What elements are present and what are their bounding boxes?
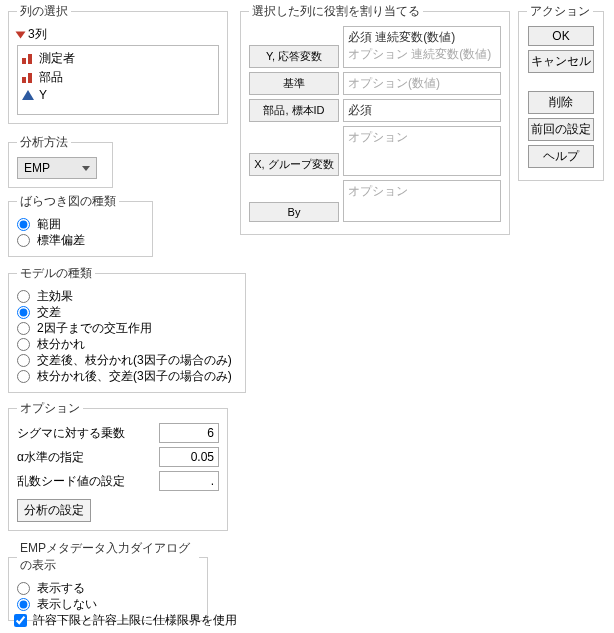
part-required-text: 必須 <box>348 103 372 117</box>
actions-legend: アクション <box>527 3 593 20</box>
tolerance-label: 許容下限と許容上限に仕様限界を使用 <box>33 612 237 628</box>
emp-option-hide[interactable]: 表示しない <box>17 596 199 612</box>
y-optional-text: オプション 連続変数(数値) <box>348 46 496 63</box>
by-role-box[interactable]: オプション <box>343 180 501 222</box>
seed-row: 乱数シード値の設定 <box>17 471 219 491</box>
columns-fieldset: 列の選択 3列 測定者 部品 Y <box>8 3 228 124</box>
alpha-input[interactable] <box>159 447 219 467</box>
emp-option-show[interactable]: 表示する <box>17 580 199 596</box>
roles-legend: 選択した列に役割を割り当てる <box>249 3 423 20</box>
model-label: 2因子までの交互作用 <box>37 320 152 336</box>
method-selected: EMP <box>24 161 50 175</box>
y-role-button[interactable]: Y, 応答変数 <box>249 45 339 68</box>
by-role-button[interactable]: By <box>249 202 339 222</box>
model-label: 交差 <box>37 304 61 320</box>
column-label: 測定者 <box>39 50 75 67</box>
tolerance-checkbox-row[interactable]: 許容下限と許容上限に仕様限界を使用 <box>14 612 237 628</box>
scatter-label: 範囲 <box>37 216 61 232</box>
standard-role-button[interactable]: 基準 <box>249 72 339 95</box>
method-dropdown[interactable]: EMP <box>17 157 97 179</box>
emp-dialog-fieldset: EMPメタデータ入力ダイアログの表示 表示する 表示しない <box>8 540 208 621</box>
model-option[interactable]: 交差 <box>17 304 237 320</box>
emp-label: 表示しない <box>37 596 97 612</box>
seed-input[interactable] <box>159 471 219 491</box>
columns-count-label: 3列 <box>28 26 47 43</box>
scatter-option-range[interactable]: 範囲 <box>17 216 144 232</box>
part-role-box[interactable]: 必須 <box>343 99 501 122</box>
role-row-y: Y, 応答変数 必須 連続変数(数値) オプション 連続変数(数値) <box>249 26 501 68</box>
nominal-icon <box>22 54 34 64</box>
model-option[interactable]: 2因子までの交互作用 <box>17 320 237 336</box>
model-radio[interactable] <box>17 322 30 335</box>
analysis-settings-button[interactable]: 分析の設定 <box>17 499 91 522</box>
cancel-button[interactable]: キャンセル <box>528 50 594 73</box>
role-row-part: 部品, 標本ID 必須 <box>249 99 501 122</box>
model-option[interactable]: 主効果 <box>17 288 237 304</box>
model-fieldset: モデルの種類 主効果 交差 2因子までの交互作用 枝分かれ 交差後、枝分かれ(3… <box>8 265 246 393</box>
role-row-x: X, グループ変数 オプション <box>249 126 501 176</box>
scatter-radio-range[interactable] <box>17 218 30 231</box>
alpha-label: α水準の指定 <box>17 449 84 466</box>
part-role-button[interactable]: 部品, 標本ID <box>249 99 339 122</box>
options-fieldset: オプション シグマに対する乗数 α水準の指定 乱数シード値の設定 分析の設定 <box>8 400 228 531</box>
model-radio[interactable] <box>17 290 30 303</box>
model-label: 主効果 <box>37 288 73 304</box>
role-row-standard: 基準 オプション(数値) <box>249 72 501 95</box>
nominal-icon <box>22 73 34 83</box>
scatter-label: 標準偏差 <box>37 232 85 248</box>
emp-radio-hide[interactable] <box>17 598 30 611</box>
x-role-box[interactable]: オプション <box>343 126 501 176</box>
columns-list[interactable]: 測定者 部品 Y <box>17 45 219 115</box>
method-legend: 分析方法 <box>17 134 71 151</box>
by-placeholder: オプション <box>348 184 408 198</box>
x-placeholder: オプション <box>348 130 408 144</box>
column-label: Y <box>39 88 47 102</box>
model-label: 枝分かれ後、交差(3因子の場合のみ) <box>37 368 232 384</box>
model-radio[interactable] <box>17 354 30 367</box>
list-item[interactable]: 測定者 <box>22 49 214 68</box>
remove-button[interactable]: 削除 <box>528 91 594 114</box>
seed-label: 乱数シード値の設定 <box>17 473 125 490</box>
list-item[interactable]: 部品 <box>22 68 214 87</box>
standard-role-box[interactable]: オプション(数値) <box>343 72 501 95</box>
emp-legend: EMPメタデータ入力ダイアログの表示 <box>17 540 199 574</box>
columns-legend: 列の選択 <box>17 3 71 20</box>
scatter-option-stddev[interactable]: 標準偏差 <box>17 232 144 248</box>
model-option[interactable]: 交差後、枝分かれ(3因子の場合のみ) <box>17 352 237 368</box>
model-radio[interactable] <box>17 338 30 351</box>
role-row-by: By オプション <box>249 180 501 222</box>
model-radio[interactable] <box>17 306 30 319</box>
scatter-radio-stddev[interactable] <box>17 234 30 247</box>
emp-label: 表示する <box>37 580 85 596</box>
tolerance-checkbox[interactable] <box>14 614 27 627</box>
sigma-label: シグマに対する乗数 <box>17 425 125 442</box>
sigma-row: シグマに対する乗数 <box>17 423 219 443</box>
disclosure-triangle-icon[interactable] <box>16 31 26 38</box>
y-required-text: 必須 連続変数(数値) <box>348 29 496 46</box>
model-radio[interactable] <box>17 370 30 383</box>
emp-radio-show[interactable] <box>17 582 30 595</box>
standard-placeholder: オプション(数値) <box>348 76 440 90</box>
column-label: 部品 <box>39 69 63 86</box>
scatter-legend: ばらつき図の種類 <box>17 193 119 210</box>
model-option[interactable]: 枝分かれ <box>17 336 237 352</box>
method-fieldset: 分析方法 EMP <box>8 134 113 188</box>
options-legend: オプション <box>17 400 83 417</box>
alpha-row: α水準の指定 <box>17 447 219 467</box>
roles-fieldset: 選択した列に役割を割り当てる Y, 応答変数 必須 連続変数(数値) オプション… <box>240 3 510 235</box>
recall-button[interactable]: 前回の設定 <box>528 118 594 141</box>
model-label: 枝分かれ <box>37 336 85 352</box>
actions-fieldset: アクション OK キャンセル 削除 前回の設定 ヘルプ <box>518 3 604 181</box>
x-role-button[interactable]: X, グループ変数 <box>249 153 339 176</box>
sigma-input[interactable] <box>159 423 219 443</box>
y-role-box[interactable]: 必須 連続変数(数値) オプション 連続変数(数値) <box>343 26 501 68</box>
scatter-fieldset: ばらつき図の種類 範囲 標準偏差 <box>8 193 153 257</box>
model-label: 交差後、枝分かれ(3因子の場合のみ) <box>37 352 232 368</box>
continuous-icon <box>22 90 34 100</box>
ok-button[interactable]: OK <box>528 26 594 46</box>
help-button[interactable]: ヘルプ <box>528 145 594 168</box>
list-item[interactable]: Y <box>22 87 214 103</box>
columns-count-row[interactable]: 3列 <box>17 26 219 43</box>
model-legend: モデルの種類 <box>17 265 95 282</box>
model-option[interactable]: 枝分かれ後、交差(3因子の場合のみ) <box>17 368 237 384</box>
